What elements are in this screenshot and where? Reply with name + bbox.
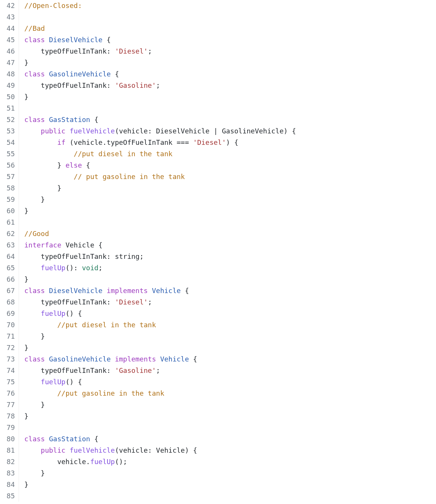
- token-plain: }: [24, 344, 28, 352]
- code-line[interactable]: public fuelVehicle(vehicle: Vehicle) {: [24, 445, 436, 456]
- token-plain: () {: [65, 309, 82, 317]
- code-line[interactable]: //put diesel in the tank: [24, 148, 436, 160]
- token-plain: [24, 138, 57, 146]
- token-plain: {: [103, 36, 111, 44]
- code-line[interactable]: }: [24, 468, 436, 479]
- code-line[interactable]: }: [24, 331, 436, 342]
- code-editor: 4243444546474849505152535455565758596061…: [0, 0, 436, 502]
- line-number: 57: [2, 171, 15, 182]
- token-plain: () {: [65, 378, 82, 386]
- code-line[interactable]: fuelUp(): void;: [24, 262, 436, 274]
- token-plain: [45, 355, 49, 363]
- token-type: Vehicle: [152, 287, 181, 295]
- code-line[interactable]: //Open-Closed:: [24, 0, 436, 11]
- line-number: 53: [2, 125, 15, 137]
- code-line[interactable]: class DieselVehicle {: [24, 34, 436, 46]
- code-line[interactable]: }: [24, 410, 436, 422]
- code-line[interactable]: // put gasoline in the tank: [24, 171, 436, 182]
- code-line[interactable]: vehicle.fuelUp();: [24, 456, 436, 468]
- token-plain: }: [24, 401, 45, 409]
- token-type: GasStation: [49, 116, 90, 124]
- code-line[interactable]: }: [24, 342, 436, 353]
- code-line[interactable]: typeOfFuelInTank: string;: [24, 251, 436, 262]
- code-line[interactable]: typeOfFuelInTank: 'Gasoline';: [24, 365, 436, 376]
- token-plain: }: [24, 161, 65, 169]
- line-number: 64: [2, 251, 15, 262]
- code-line[interactable]: }: [24, 274, 436, 285]
- line-number: 50: [2, 91, 15, 103]
- token-string: 'Diesel': [115, 47, 148, 55]
- token-plain: [24, 321, 57, 329]
- token-type: GasStation: [49, 435, 90, 443]
- code-line[interactable]: }: [24, 205, 436, 217]
- line-number: 63: [2, 239, 15, 251]
- code-line[interactable]: }: [24, 57, 436, 68]
- code-area[interactable]: //Open-Closed: //Badclass DieselVehicle …: [19, 0, 436, 502]
- token-plain: [148, 287, 152, 295]
- code-line[interactable]: } else {: [24, 160, 436, 171]
- token-plain: [24, 446, 41, 454]
- token-type: GasolineVehicle: [49, 70, 111, 78]
- code-line[interactable]: [24, 11, 436, 23]
- code-line[interactable]: }: [24, 182, 436, 194]
- code-line[interactable]: }: [24, 91, 436, 103]
- code-line[interactable]: public fuelVehicle(vehicle: DieselVehicl…: [24, 125, 436, 137]
- code-line[interactable]: if (vehicle.typeOfFuelInTank === 'Diesel…: [24, 137, 436, 148]
- line-number: 81: [2, 445, 15, 456]
- line-number: 85: [2, 490, 15, 502]
- token-plain: ():: [65, 264, 82, 272]
- token-plain: typeOfFuelInTank:: [24, 298, 115, 306]
- code-line[interactable]: class GasolineVehicle {: [24, 68, 436, 80]
- token-plain: }: [24, 480, 28, 488]
- code-line[interactable]: //Bad: [24, 23, 436, 34]
- token-plain: [24, 127, 41, 135]
- code-line[interactable]: interface Vehicle {: [24, 239, 436, 251]
- token-plain: [65, 127, 70, 135]
- line-number: 73: [2, 353, 15, 365]
- line-number: 55: [2, 148, 15, 160]
- token-plain: ;: [148, 47, 152, 55]
- code-line[interactable]: [24, 217, 436, 228]
- code-line[interactable]: typeOfFuelInTank: 'Diesel';: [24, 296, 436, 308]
- line-number: 74: [2, 365, 15, 376]
- code-line[interactable]: class GasolineVehicle implements Vehicle…: [24, 353, 436, 365]
- token-comment: //Open-Closed:: [24, 2, 82, 10]
- token-plain: ;: [156, 81, 160, 89]
- token-keyword: interface: [24, 241, 62, 249]
- line-number: 60: [2, 205, 15, 217]
- line-number: 84: [2, 479, 15, 490]
- token-plain: typeOfFuelInTank:: [24, 47, 115, 55]
- token-plain: ();: [115, 458, 127, 466]
- code-line[interactable]: fuelUp() {: [24, 376, 436, 388]
- token-comment: //put diesel in the tank: [57, 321, 156, 329]
- code-line[interactable]: typeOfFuelInTank: 'Gasoline';: [24, 80, 436, 91]
- code-line[interactable]: }: [24, 194, 436, 205]
- code-line[interactable]: class GasStation {: [24, 433, 436, 445]
- code-line[interactable]: }: [24, 399, 436, 410]
- token-plain: (vehicle.typeOfFuelInTank ===: [65, 138, 193, 146]
- token-plain: }: [24, 207, 28, 215]
- code-line[interactable]: //put diesel in the tank: [24, 319, 436, 331]
- token-plain: Vehicle {: [62, 241, 103, 249]
- line-number: 71: [2, 331, 15, 342]
- code-line[interactable]: class DieselVehicle implements Vehicle {: [24, 285, 436, 296]
- code-line[interactable]: [24, 490, 436, 502]
- line-number: 54: [2, 137, 15, 148]
- token-plain: {: [82, 161, 90, 169]
- line-number: 77: [2, 399, 15, 410]
- code-line[interactable]: //put gasoline in the tank: [24, 388, 436, 399]
- code-line[interactable]: }: [24, 479, 436, 490]
- code-line[interactable]: [24, 422, 436, 433]
- token-plain: vehicle.: [24, 458, 90, 466]
- token-comment: //Good: [24, 230, 49, 238]
- code-line[interactable]: [24, 103, 436, 114]
- code-line[interactable]: typeOfFuelInTank: 'Diesel';: [24, 46, 436, 57]
- code-line[interactable]: class GasStation {: [24, 114, 436, 125]
- line-number: 62: [2, 228, 15, 239]
- code-line[interactable]: //Good: [24, 228, 436, 239]
- token-func: fuelVehicle: [70, 127, 115, 135]
- line-number: 65: [2, 262, 15, 274]
- code-line[interactable]: fuelUp() {: [24, 308, 436, 319]
- token-comment: //Bad: [24, 24, 45, 32]
- token-plain: [111, 355, 115, 363]
